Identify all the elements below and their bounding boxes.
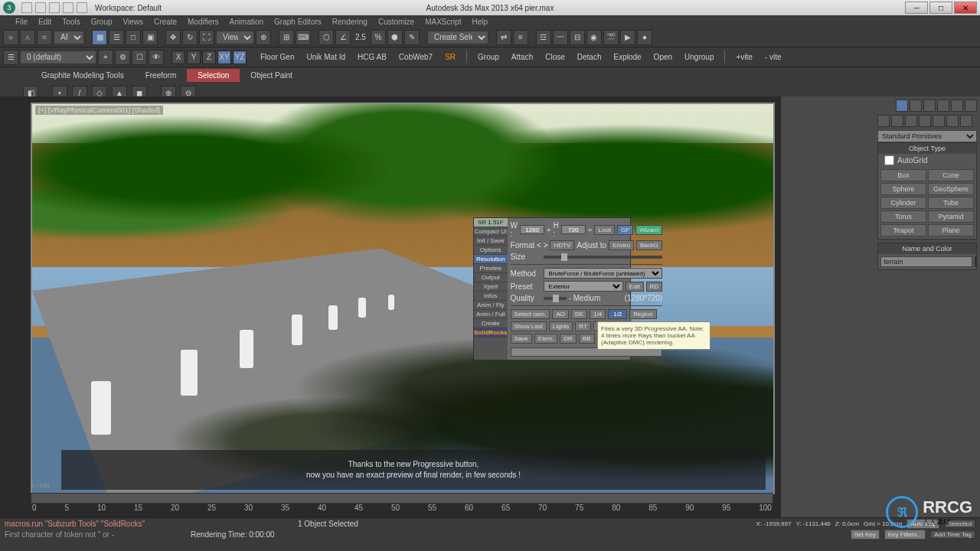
create-geosphere[interactable]: GeoSphere xyxy=(928,183,974,195)
menu-views[interactable]: Views xyxy=(123,18,144,26)
render-setup-icon[interactable]: 🎬 xyxy=(603,30,619,45)
selection-filter[interactable]: All xyxy=(54,31,84,44)
layer-icon[interactable]: ☰ xyxy=(3,50,18,65)
sr-method-select[interactable]: BruteForce / BruteForce (unbiased) xyxy=(544,268,663,279)
menu-tools[interactable]: Tools xyxy=(62,18,80,26)
layer-sel-icon[interactable]: ☐ xyxy=(132,50,147,65)
rotate-icon[interactable]: ↻ xyxy=(182,30,198,45)
hierarchy-tab-icon[interactable] xyxy=(923,99,936,112)
sr-ao[interactable]: AO xyxy=(552,309,569,319)
motion-tab-icon[interactable] xyxy=(937,99,949,112)
axis-z[interactable]: Z xyxy=(202,51,216,64)
select-window-icon[interactable]: ▣ xyxy=(142,30,158,45)
spacewarps-icon[interactable] xyxy=(946,115,959,127)
tab-selection[interactable]: Selection xyxy=(187,69,240,82)
manip-icon[interactable]: ⊞ xyxy=(279,30,294,45)
create-torus[interactable]: Torus xyxy=(880,210,926,223)
modify-tab-icon[interactable] xyxy=(910,99,922,112)
systems-icon[interactable] xyxy=(960,115,972,127)
layer-add-icon[interactable]: + xyxy=(98,50,113,65)
layer-hide-icon[interactable]: 👁 xyxy=(149,50,164,65)
sr-backg-button[interactable]: BackG xyxy=(636,240,662,250)
sr-rt[interactable]: RT xyxy=(575,321,591,331)
lights-icon[interactable] xyxy=(905,115,917,127)
tb-open-icon[interactable] xyxy=(35,2,46,13)
display-tab-icon[interactable] xyxy=(951,99,963,112)
move-icon[interactable]: ✥ xyxy=(165,30,181,45)
sr-side-output[interactable]: Output xyxy=(474,273,508,282)
textbtn-unik-mat-id[interactable]: Unik Mat Id xyxy=(300,51,351,64)
sr-1-4[interactable]: 1/4 xyxy=(590,309,606,319)
sr-de[interactable]: DE xyxy=(571,309,587,319)
sr-side-anim-full[interactable]: Anim / Full xyxy=(474,310,508,319)
keyboard-icon[interactable]: ⌨ xyxy=(296,30,311,45)
ed-named-icon[interactable]: ✎ xyxy=(404,30,420,45)
axis-xy[interactable]: XY xyxy=(217,51,231,64)
sr-lock-button[interactable]: Lock xyxy=(594,225,615,235)
textbtn-+vite[interactable]: +vite xyxy=(730,51,758,64)
create-tube[interactable]: Tube xyxy=(928,197,974,209)
sr-select-cam-[interactable]: Select cam. xyxy=(511,309,550,319)
ref-coord[interactable]: View xyxy=(216,31,254,44)
sr-side-resolution[interactable]: Resolution xyxy=(474,255,508,264)
create-plane[interactable]: Plane xyxy=(928,224,974,236)
percent-snap-icon[interactable]: % xyxy=(371,30,386,45)
sr-size-slider[interactable] xyxy=(544,256,663,259)
sr-rd-button[interactable]: RD xyxy=(646,282,663,292)
textbtn-close[interactable]: Close xyxy=(539,51,571,64)
sr-gf-button[interactable]: GF xyxy=(617,225,633,235)
maximize-button[interactable]: □ xyxy=(929,2,952,14)
select-icon[interactable]: ▦ xyxy=(92,30,107,45)
menu-animation[interactable]: Animation xyxy=(230,18,263,26)
snap-icon[interactable]: ⬡ xyxy=(318,30,334,45)
shapes-icon[interactable] xyxy=(891,115,903,127)
sr-save[interactable]: Save xyxy=(511,334,532,344)
menu-rendering[interactable]: Rendering xyxy=(332,18,368,26)
cameras-icon[interactable] xyxy=(919,115,931,127)
helpers-icon[interactable] xyxy=(933,115,945,127)
textbtn-group[interactable]: Group xyxy=(472,51,505,64)
angle-snap-icon[interactable]: ∠ xyxy=(335,30,351,45)
minimize-button[interactable]: ─ xyxy=(905,2,928,14)
object-name-input[interactable] xyxy=(880,256,972,267)
sr-1-2[interactable]: 1/2 xyxy=(608,309,627,319)
sr-elem-[interactable]: Elem. xyxy=(534,334,557,344)
axis-x[interactable]: X xyxy=(172,51,185,64)
keyfilters-button[interactable]: Key Filters... xyxy=(884,530,926,540)
sr-preset-select[interactable]: Exterior xyxy=(544,281,623,292)
menu-maxscript[interactable]: MAXScript xyxy=(425,18,461,26)
menu-customize[interactable]: Customize xyxy=(378,18,414,26)
render-prod-icon[interactable]: ● xyxy=(637,30,652,45)
sr-enviro-button[interactable]: Enviro xyxy=(609,240,634,250)
named-selection[interactable]: Create Selection Se xyxy=(427,31,488,44)
tab-object-paint[interactable]: Object Paint xyxy=(240,69,302,82)
object-color-swatch[interactable] xyxy=(975,256,976,267)
close-button[interactable]: ✕ xyxy=(954,2,977,14)
textbtn-sr[interactable]: SR xyxy=(439,51,462,64)
sr-side-init-save[interactable]: Init / Save xyxy=(474,236,508,246)
sr-width-input[interactable] xyxy=(520,225,544,234)
tb-save-icon[interactable] xyxy=(49,2,60,13)
textbtn-open[interactable]: Open xyxy=(648,51,678,64)
schematic-icon[interactable]: ⊟ xyxy=(570,30,585,45)
create-cone[interactable]: Cone xyxy=(928,169,974,181)
tb-undo-icon[interactable] xyxy=(63,2,74,13)
sr-quality-slider[interactable] xyxy=(544,297,567,300)
pivot-icon[interactable]: ⊕ xyxy=(256,30,271,45)
layers-icon[interactable]: ☲ xyxy=(536,30,551,45)
primitives-dropdown[interactable]: Standard Primitives xyxy=(877,130,977,142)
textbtn-attach[interactable]: Attach xyxy=(505,51,539,64)
workspace-selector[interactable]: Workspace: Default xyxy=(95,4,162,12)
create-tab-icon[interactable] xyxy=(896,99,908,112)
sr-height-input[interactable] xyxy=(561,225,586,234)
tab-freeform[interactable]: Freeform xyxy=(135,69,188,82)
create-sphere[interactable]: Sphere xyxy=(880,183,926,195)
setkey-button[interactable]: Set Key xyxy=(851,530,880,540)
tab-graphite-modeling-tools[interactable]: Graphite Modeling Tools xyxy=(31,69,135,82)
link-icon[interactable]: ⟐ xyxy=(3,30,18,45)
textbtn-floor-gen[interactable]: Floor Gen xyxy=(254,51,300,64)
create-pyramid[interactable]: Pyramid xyxy=(928,210,974,223)
menu-create[interactable]: Create xyxy=(154,18,177,26)
sr-side-anim-fly[interactable]: Anim / Fly xyxy=(474,301,508,310)
sr-wizard-button[interactable]: Wizard xyxy=(635,225,662,235)
